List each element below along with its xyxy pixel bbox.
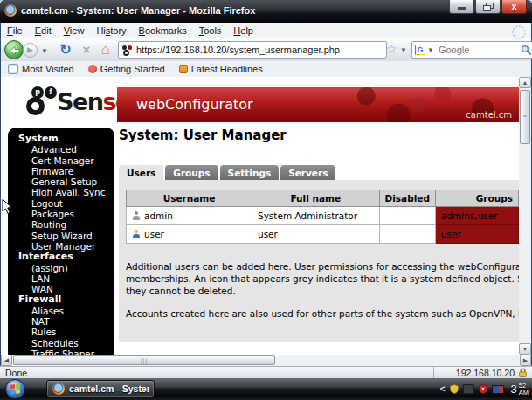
bookmark-icon [179, 65, 188, 73]
tab[interactable]: Users [119, 165, 163, 180]
menu-item[interactable]: History [90, 25, 132, 36]
bookmark-item[interactable]: Getting Started [81, 64, 172, 74]
tray-expand-icon[interactable]: < [440, 384, 446, 394]
users-table: Username Full name Disabled Groups admin… [126, 190, 519, 244]
search-box[interactable]: G ▼ [411, 41, 532, 59]
site-address: 192.168.10.20 [456, 368, 515, 378]
menu-item[interactable]: File [1, 25, 29, 36]
col-header-fullname: Full name [252, 190, 379, 207]
scroll-right-button[interactable]: ▶ [520, 355, 531, 366]
sidebar-item[interactable]: Interfaces [8, 252, 114, 262]
status-bar: Done 192.168.10.20 [0, 366, 532, 378]
sidebar-item[interactable]: Traffic Shaper [8, 348, 114, 355]
home-button[interactable]: ⌂ [97, 41, 114, 59]
sidebar-item[interactable]: Schedules [8, 338, 114, 348]
user-icon [132, 211, 140, 220]
sidebar-item[interactable]: Aliases [8, 306, 114, 316]
sidebar-item[interactable]: Advanced [8, 144, 114, 155]
url-input[interactable] [136, 45, 383, 55]
horizontal-scrollbar[interactable]: ◀ ||| ▶ [1, 355, 531, 366]
minimize-button[interactable] [449, 0, 474, 14]
menu-item[interactable]: View [58, 25, 91, 36]
menu-item[interactable]: Tools [193, 25, 228, 36]
bookmark-dropdown-icon[interactable]: ▼ [400, 46, 407, 54]
tab[interactable]: Settings [220, 165, 280, 180]
tab-strip: Users Groups Settings Servers [119, 165, 335, 180]
security-zone: 192.168.10.20 [433, 367, 532, 378]
firefox-icon [4, 4, 17, 17]
bookmarks-toolbar: Most Visited Getting Started Latest Head… [1, 61, 531, 78]
vertical-scrollbar[interactable]: ▲ ≡ ▼ [519, 77, 531, 355]
bookmark-icon [88, 65, 97, 73]
sidebar-item[interactable]: Packages [8, 209, 114, 219]
sidebar-item[interactable]: NAT [8, 316, 114, 327]
logo-circle-f: f [45, 86, 57, 99]
sidebar-menu: System Advanced Cert Manager Firmware Ge… [8, 128, 114, 355]
scroll-left-button[interactable]: ◀ [1, 355, 12, 366]
users-panel: Username Full name Disabled Groups admin… [119, 180, 519, 342]
lock-icon[interactable] [518, 368, 528, 378]
start-button[interactable] [5, 379, 25, 399]
system-tray: < 3 52 AM [440, 378, 529, 400]
taskbar: camtel.cm - System: ... < 3 52 AM [0, 378, 532, 400]
pfsense-logo: p f Sense [24, 86, 116, 122]
title-bar[interactable]: camtel.cm - System: User Manager - Mozil… [0, 0, 532, 23]
tab[interactable]: Servers [280, 165, 335, 180]
sidebar-item[interactable]: LAN [8, 273, 114, 284]
search-engine-dropdown-icon[interactable]: ▼ [427, 46, 434, 54]
network-icon[interactable] [463, 384, 474, 394]
refresh-button[interactable]: ↻ [57, 41, 74, 59]
username-cell: user [127, 225, 252, 244]
sidebar-item[interactable]: General Setup [8, 176, 114, 187]
search-input[interactable] [437, 44, 521, 56]
tab[interactable]: Groups [165, 165, 218, 180]
sidebar-item[interactable]: Firmware [8, 166, 114, 176]
menu-item[interactable]: Help [227, 25, 259, 36]
taskbar-clock[interactable]: 3 52 AM [511, 383, 529, 396]
taskbar-firefox-button[interactable]: camtel.cm - System: ... [46, 380, 155, 397]
webconfigurator-banner: webConfigurator camtel.cm [117, 87, 519, 122]
security-alert-shield-icon[interactable] [479, 384, 487, 394]
menu-item[interactable]: Edit [29, 25, 58, 36]
url-bar[interactable] [118, 41, 387, 59]
col-header-username: Username [127, 190, 252, 207]
sidebar-item[interactable]: Setup Wizard [8, 231, 114, 241]
sidebar-item[interactable]: Firewall [8, 294, 114, 305]
table-row: user user user [127, 225, 519, 244]
stop-button[interactable]: × [78, 41, 95, 59]
scroll-down-button[interactable]: ▼ [519, 343, 531, 355]
history-dropdown-icon[interactable]: ▼ [41, 47, 48, 55]
bookmark-icon [8, 64, 18, 74]
groups-cell: admins,user [435, 207, 518, 225]
menu-item[interactable]: Bookmarks [133, 25, 193, 36]
vertical-scroll-thumb[interactable]: ≡ [520, 90, 530, 144]
uac-shield-icon[interactable] [450, 384, 459, 394]
firefox-icon [52, 383, 65, 395]
sidebar-item[interactable]: Rules [8, 327, 114, 337]
browser-viewport: p f Sense webConfigurator camtel.cm Syst… [1, 77, 519, 355]
forward-button[interactable]: ▶ [23, 43, 38, 58]
google-icon: G [415, 45, 425, 55]
throbber-icon [512, 25, 526, 39]
battery-icon[interactable] [492, 385, 504, 394]
sidebar-item[interactable]: System [8, 134, 114, 144]
bookmark-item[interactable]: Most Visited [1, 64, 81, 74]
user-icon [132, 230, 140, 238]
sidebar-item[interactable]: Logout [8, 198, 114, 209]
bookmark-star-icon[interactable]: ☆ [386, 42, 397, 56]
fullname-cell: System Administrator [252, 207, 379, 225]
search-icon[interactable] [521, 45, 532, 56]
bookmark-item[interactable]: Latest Headlines [172, 64, 270, 74]
sidebar-item[interactable]: (assign) [8, 263, 114, 273]
horizontal-scroll-thumb[interactable]: ||| [13, 355, 275, 365]
back-button[interactable] [4, 40, 24, 59]
sidebar-item[interactable]: Cert Manager [8, 155, 114, 166]
sidebar-item[interactable]: High Avail. Sync [8, 187, 114, 197]
fullname-cell: user [252, 225, 379, 244]
banner-title: webConfigurator [136, 96, 253, 113]
close-button[interactable]: x [501, 0, 527, 14]
restore-button[interactable] [475, 0, 501, 14]
scroll-up-button[interactable]: ▲ [519, 77, 531, 88]
sidebar-item[interactable]: Routing [8, 219, 114, 230]
logo-ring [26, 97, 45, 115]
